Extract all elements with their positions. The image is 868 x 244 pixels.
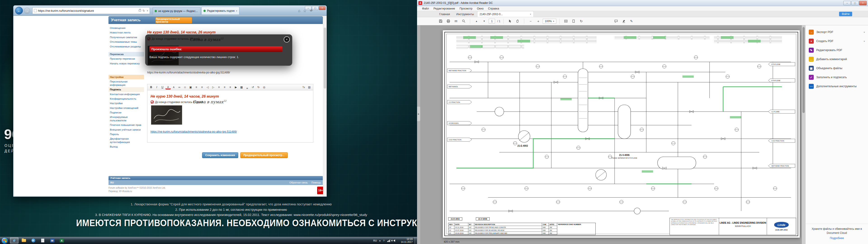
search-button[interactable] xyxy=(460,18,467,24)
link-icon[interactable]: ∞ xyxy=(177,85,182,89)
sidebar-item-likes[interactable]: Полученные симпатии xyxy=(108,35,144,39)
home-icon[interactable]: ⌂ xyxy=(298,8,300,13)
expand-panel-button[interactable]: ▶ xyxy=(417,106,420,121)
sidebar-item-news-feed[interactable]: Новостная лента xyxy=(108,30,144,35)
sidebar-item-privacy[interactable]: Конфиденциальность xyxy=(108,96,144,101)
rotate-view-button[interactable]: ↻ xyxy=(578,18,585,24)
redo-icon[interactable]: ↻ xyxy=(256,85,261,89)
smiley-icon[interactable]: ☺ xyxy=(182,85,188,89)
sign-in-button[interactable]: Войти xyxy=(839,12,852,16)
address-bar[interactable]: https://ne-kurim.ru/forum/account/signat… xyxy=(32,7,150,14)
numbered-list-icon[interactable]: ≡ xyxy=(199,85,205,89)
print-button[interactable] xyxy=(445,18,452,24)
sidebar-item-view-conversations[interactable]: Просмотр переписки xyxy=(108,57,144,61)
source-icon[interactable]: ▤ xyxy=(307,85,312,89)
preview-button[interactable]: Предварительный просмотр... xyxy=(240,152,288,158)
hidden-icons-chevron[interactable]: ▲ xyxy=(379,240,381,242)
show-desktop-button[interactable] xyxy=(414,237,416,244)
close-button[interactable]: × xyxy=(859,1,867,5)
tab-tools[interactable]: Инструменты xyxy=(453,11,477,17)
scrollbar-thumb[interactable] xyxy=(802,27,805,113)
sidebar-item-new-conversation[interactable]: Начать новую переписку xyxy=(108,61,144,66)
tool-edit-pdf[interactable]: ✎ Редактировать PDF xyxy=(806,45,868,55)
align-left-icon[interactable]: ≡ xyxy=(216,85,221,89)
select-tool-button[interactable] xyxy=(507,18,513,24)
sidebar-item-logout[interactable]: Выход xyxy=(108,144,144,149)
sidebar-item-two-step[interactable]: Двухфакторная аутентификация xyxy=(108,136,144,144)
tab-home[interactable]: Главная xyxy=(436,11,453,17)
sidebar-item-watched-forums[interactable]: Отслеживаемые разделы xyxy=(108,44,144,49)
remove-format-icon[interactable]: Tx xyxy=(301,85,306,89)
document-area[interactable]: METHANE FRACTION METHANOL C2 FRACTION HY… xyxy=(420,25,802,244)
sidebar-item-ignored-users[interactable]: Игнорируемые пользователи xyxy=(108,115,144,123)
undo-icon[interactable]: ↺ xyxy=(250,85,255,89)
sidebar-header-settings[interactable]: Настройки xyxy=(108,75,144,79)
maximize-button[interactable]: ▢ xyxy=(312,6,318,10)
forward-button[interactable]: → xyxy=(24,8,30,14)
taskbar-excel[interactable]: X xyxy=(57,238,66,244)
font-size-icon[interactable]: A xyxy=(171,85,176,89)
tool-comment[interactable]: … Добавить комментарий xyxy=(806,55,868,64)
underline-icon[interactable]: U xyxy=(160,85,165,89)
menu-item[interactable]: Справка xyxy=(486,7,501,10)
tab-document-active[interactable]: 2140-25F-2002-0... × xyxy=(477,11,534,17)
back-button[interactable]: ← xyxy=(15,7,23,14)
minimize-button[interactable]: – xyxy=(843,1,851,5)
sidebar-item-alerts[interactable]: Оповещения xyxy=(108,26,144,30)
zoom-out-button[interactable]: − xyxy=(527,18,534,24)
save-changes-button[interactable]: Сохранить изменения xyxy=(202,152,238,158)
keyboard-language[interactable]: RU xyxy=(373,239,377,242)
refresh-icon[interactable]: ↻ xyxy=(143,9,145,12)
stop-icon[interactable]: × xyxy=(147,9,148,12)
minimize-button[interactable]: – xyxy=(305,6,311,10)
image-icon[interactable]: ▣ xyxy=(188,85,193,89)
previous-page-button[interactable]: ▲ xyxy=(473,18,480,24)
fit-page-button[interactable] xyxy=(570,18,577,24)
account-section-bar[interactable]: Учётная запись xyxy=(108,176,323,180)
sidebar-item-preferences[interactable]: Настройки xyxy=(108,101,144,105)
learn-more-link[interactable]: Подробнее xyxy=(830,237,844,240)
save-button[interactable] xyxy=(437,18,444,24)
tool-create-pdf[interactable]: + Создать PDF ▾ xyxy=(806,37,868,45)
tool-export-pdf[interactable]: → Экспорт PDF ▾ xyxy=(806,28,868,37)
zoom-in-button[interactable]: + xyxy=(535,18,541,24)
network-icon[interactable] xyxy=(387,240,390,242)
menu-item[interactable]: Просмотр xyxy=(457,7,475,10)
taskbar-media-player[interactable]: ▶ xyxy=(29,238,37,244)
sidebar-item-signature[interactable]: Подпись xyxy=(108,87,144,92)
taskbar-notepad[interactable] xyxy=(38,238,47,244)
language-label[interactable]: RU xyxy=(110,181,114,184)
italic-icon[interactable]: I xyxy=(154,85,159,89)
start-button[interactable] xyxy=(1,237,8,244)
next-page-button[interactable]: ▼ xyxy=(481,18,487,24)
sidebar-item-personal-details[interactable]: Персональная информация xyxy=(108,79,144,87)
page-scrollbar[interactable] xyxy=(323,16,327,196)
sidebar-item-alert-preferences[interactable]: Настройки оповещений xyxy=(108,106,144,110)
media-icon[interactable]: ▶ xyxy=(233,85,239,89)
maximize-button[interactable]: ▢ xyxy=(851,1,859,5)
close-tab-icon[interactable]: × xyxy=(236,9,237,12)
close-button[interactable]: × xyxy=(319,6,326,10)
editor-content[interactable]: Не курю 130 дней, 14 часов, 26 минут До … xyxy=(147,90,313,143)
taskbar-word[interactable]: W xyxy=(48,238,57,244)
taskbar-internet-explorer[interactable]: e xyxy=(10,238,19,244)
sidebar-item-upgrades[interactable]: Платное повышение прав xyxy=(108,123,144,127)
page-number-input[interactable] xyxy=(489,19,495,24)
email-button[interactable]: ✉ xyxy=(453,18,459,24)
indent-icon[interactable]: ▷ xyxy=(211,85,216,89)
draw-tool-button[interactable]: ✎ xyxy=(628,18,635,24)
url-text[interactable]: https://ne-kurim.ru/forum/account/signat… xyxy=(38,9,137,12)
dialog-close-button[interactable]: × xyxy=(284,36,290,42)
action-center-flag-icon[interactable]: ⚐ xyxy=(383,239,385,242)
close-tab-icon[interactable]: × xyxy=(530,13,531,16)
zoom-level-select[interactable]: 100% ▾ xyxy=(543,19,556,24)
taskbar-clock[interactable]: 12:19 14.11.2017 xyxy=(397,238,412,244)
quote-icon[interactable]: „ xyxy=(245,85,250,89)
tool-more[interactable]: ⋯ Дополнительные инструменты xyxy=(806,82,868,91)
menu-item[interactable]: Окно xyxy=(475,7,486,10)
bullet-list-icon[interactable]: ≡ xyxy=(194,85,199,89)
browser-tab-1[interactable]: не курим ру форум — Яндекс... xyxy=(153,7,200,14)
fit-width-button[interactable] xyxy=(563,18,569,24)
sidebar-item-password[interactable]: Пароль xyxy=(108,132,144,136)
text-color-icon[interactable]: A xyxy=(165,85,170,89)
